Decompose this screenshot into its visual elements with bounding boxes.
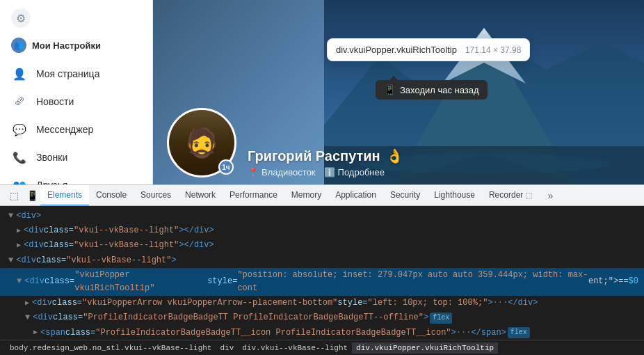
- profile-area: 🧔 1ч Григорий Распутин 👌 📍 Владивост: [153, 101, 644, 184]
- status-popup: 📱 Заходил час назад: [376, 80, 488, 100]
- breadcrumb-body[interactable]: body.redesign_web.no_stl.vkui--vkBase--l…: [6, 342, 216, 354]
- sidebar-item-my-page[interactable]: 👤 Моя страница: [0, 60, 152, 88]
- tab-application-label: Application: [335, 190, 376, 200]
- profile-location: 📍 Владивосток ℹ️ Подробнее: [248, 167, 403, 178]
- arrow-4: ▼: [8, 254, 13, 267]
- my-page-icon: 👤: [11, 65, 28, 82]
- inspect-element-icon[interactable]: ⬚: [6, 187, 22, 204]
- devtools-left-icons: ⬚ 📱: [6, 187, 40, 204]
- profile-name-text: Григорий Распутин: [248, 148, 380, 164]
- tab-memory[interactable]: Memory: [284, 185, 328, 206]
- breadcrumb-popper[interactable]: div.vkuiPopper.vkuiRichTooltip: [352, 342, 498, 354]
- tab-performance-label: Performance: [230, 190, 277, 200]
- sidebar-item-label-my-page: Моя страница: [36, 68, 99, 79]
- location-pin-icon: 📍: [248, 167, 259, 178]
- news-icon: 🗞: [11, 93, 28, 110]
- tab-lighthouse-label: Lighthouse: [434, 190, 475, 200]
- code-line-2: ▶ <div class="vkui--vkBase--light"></div…: [0, 223, 644, 238]
- sidebar-item-news[interactable]: 🗞 Новости: [0, 88, 152, 116]
- sidebar-user-icon: 👥: [11, 38, 26, 53]
- recorder-icon: ⬚: [525, 191, 532, 200]
- code-line-7: ▼ <div class="ProfileIndicatorBadgeBadge…: [0, 310, 644, 325]
- flex-badge-8: flex: [508, 327, 530, 338]
- device-icon[interactable]: 📱: [24, 187, 40, 204]
- info-icon: ℹ️: [324, 167, 335, 178]
- sidebar-item-label-calls: Звонки: [36, 152, 67, 163]
- breadcrumb-div[interactable]: div: [216, 342, 238, 354]
- profile-info-row: 🧔 1ч Григорий Распутин 👌 📍 Владивост: [167, 108, 630, 178]
- tab-console[interactable]: Console: [89, 185, 134, 206]
- profile-emoji: 👌: [386, 148, 403, 164]
- tab-elements-label: Elements: [47, 190, 82, 200]
- arrow-6: ▶: [25, 298, 29, 309]
- arrow-8: ▶: [33, 327, 38, 338]
- code-line-1: ▼ <div>: [0, 209, 644, 223]
- arrow-7: ▼: [25, 311, 30, 324]
- tab-performance[interactable]: Performance: [223, 185, 284, 206]
- arrow-1: ▼: [8, 210, 13, 223]
- tooltip-box: div.vkuiPopper.vkuiRichTooltip 171.14 × …: [327, 38, 530, 61]
- code-line-4: ▼ <div class="vkui--vkBase--light">: [0, 253, 644, 268]
- tab-recorder[interactable]: Recorder ⬚: [482, 185, 539, 206]
- sidebar: ⚙ 👥 Мои Настройки 👤 Моя страница 🗞 Новос…: [0, 0, 153, 184]
- calls-icon: 📞: [11, 149, 28, 166]
- flex-badge-7: flex: [430, 313, 452, 324]
- devtools-panel: ⬚ 📱 Elements Console Sources Network Per…: [0, 184, 644, 355]
- profile-details: Григорий Распутин 👌 📍 Владивосток ℹ️ Под…: [248, 148, 403, 178]
- code-line-5: ▼ <div class="vkuiPopper vkuiRichTooltip…: [0, 268, 644, 296]
- profile-name: Григорий Распутин 👌: [248, 148, 403, 164]
- sidebar-item-label-news: Новости: [36, 96, 74, 107]
- sidebar-item-messenger[interactable]: 💬 Мессенджер: [0, 116, 152, 143]
- code-line-3: ▶ <div class="vkui--vkBase--light"></div…: [0, 238, 644, 253]
- settings-icon[interactable]: ⚙: [11, 8, 31, 28]
- tooltip-class-text: div.vkuiPopper.vkuiRichTooltip: [336, 45, 457, 55]
- breadcrumb-bar: body.redesign_web.no_stl.vkui--vkBase--l…: [0, 340, 644, 355]
- arrow-5: ▼: [17, 275, 22, 288]
- arrow-3: ▶: [17, 240, 21, 251]
- location-city-text: Владивосток: [261, 167, 316, 178]
- location-more[interactable]: ℹ️ Подробнее: [324, 167, 385, 178]
- avatar-wrapper: 🧔 1ч: [167, 108, 236, 178]
- tab-recorder-label: Recorder: [489, 190, 523, 200]
- tab-sources[interactable]: Sources: [134, 185, 178, 206]
- sidebar-item-calls[interactable]: 📞 Звонки: [0, 143, 152, 171]
- tab-security-label: Security: [390, 190, 420, 200]
- arrow-2: ▶: [17, 226, 21, 237]
- avatar-badge: 1ч: [218, 159, 234, 175]
- code-line-6: ▶ <div class="vkuiPopperArrow vkuiPopper…: [0, 296, 644, 310]
- status-text: Заходил час назад: [400, 85, 479, 95]
- messenger-icon: 💬: [11, 121, 28, 138]
- sidebar-header-label: Мои Настройки: [32, 40, 101, 51]
- tooltip-class-label: div.vkuiPopper.vkuiRichTooltip: [336, 45, 457, 55]
- sidebar-item-label-messenger: Мессенджер: [36, 124, 93, 135]
- more-tabs-icon[interactable]: »: [542, 187, 558, 204]
- sidebar-header: 👥 Мои Настройки: [0, 33, 152, 60]
- app-container: ⚙ 👥 Мои Настройки 👤 Моя страница 🗞 Новос…: [0, 0, 644, 355]
- devtools-tabs: ⬚ 📱 Elements Console Sources Network Per…: [0, 185, 644, 206]
- status-phone-icon: 📱: [384, 84, 396, 95]
- tab-network-label: Network: [185, 190, 216, 200]
- tab-memory-label: Memory: [291, 190, 321, 200]
- more-label: Подробнее: [338, 167, 385, 178]
- tab-network[interactable]: Network: [178, 185, 223, 206]
- tab-application[interactable]: Application: [328, 185, 383, 206]
- tab-elements[interactable]: Elements: [40, 185, 89, 206]
- devtools-code-content[interactable]: ▼ <div> ▶ <div class="vkui--vkBase--ligh…: [0, 206, 644, 340]
- code-line-8: ▶ <span class="ProfileIndicatorBadgeBadg…: [0, 326, 644, 340]
- tab-console-label: Console: [96, 190, 127, 200]
- main-content: div.vkuiPopper.vkuiRichTooltip 171.14 × …: [153, 0, 644, 184]
- top-section: ⚙ 👥 Мои Настройки 👤 Моя страница 🗞 Новос…: [0, 0, 644, 184]
- sidebar-settings: ⚙: [0, 6, 152, 33]
- tab-sources-label: Sources: [140, 190, 171, 200]
- tooltip-dimensions: 171.14 × 37.98: [465, 45, 521, 55]
- breadcrumb-vkbase[interactable]: div.vkui--vkBase--light: [238, 342, 352, 354]
- location-city: 📍 Владивосток: [248, 167, 316, 178]
- tab-security[interactable]: Security: [383, 185, 427, 206]
- tab-lighthouse[interactable]: Lighthouse: [427, 185, 482, 206]
